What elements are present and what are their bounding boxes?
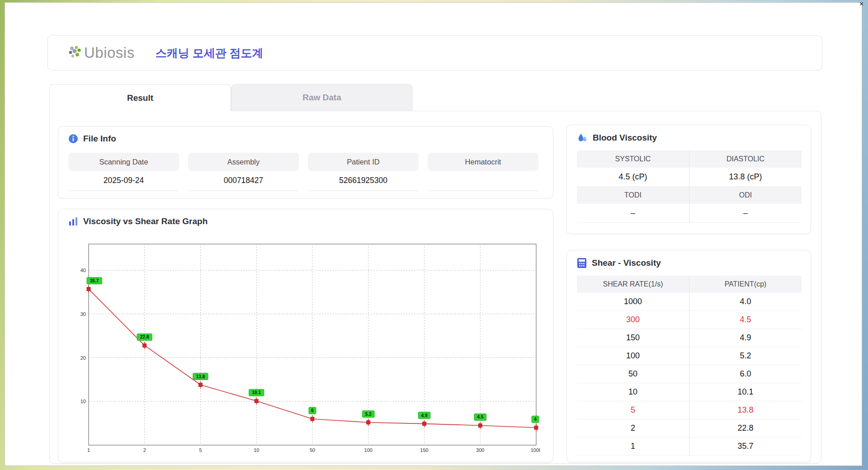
shear-rate-cell: 50 — [577, 365, 689, 383]
field-value: 2025-09-24 — [68, 171, 179, 191]
file-info-title-text: File Info — [83, 134, 116, 144]
systolic-value: 4.5 (cP) — [577, 168, 689, 187]
graph-title: Viscosity vs Shear Rate Graph — [68, 216, 208, 226]
blood-viscosity-table: SYSTOLIC DIASTOLIC 4.5 (cP) 13.8 (cP) TO… — [577, 150, 802, 223]
shear-rate-cell: 100 — [577, 347, 689, 365]
info-icon — [68, 134, 78, 144]
shear-rate-cell: 1000 — [577, 293, 689, 311]
patient-viscosity-cell: 13.8 — [689, 401, 802, 419]
close-icon[interactable]: × — [859, 0, 863, 8]
file-info-field-hematocrit: Hematocrit — [428, 153, 538, 191]
ubiosis-logo-icon — [67, 45, 86, 61]
table-header-row: SYSTOLIC DIASTOLIC — [577, 150, 802, 168]
field-value: 000718427 — [188, 171, 299, 191]
patient-viscosity-cell: 4.5 — [689, 311, 802, 329]
todi-header: TODI — [577, 187, 689, 204]
shear-rate-cell: 2 — [577, 419, 689, 437]
table-row: 513.8 — [577, 401, 802, 419]
svg-text:10: 10 — [254, 447, 259, 453]
file-info-field-scanning-date: Scanning Date 2025-09-24 — [68, 153, 179, 191]
blood-viscosity-title-text: Blood Viscosity — [593, 133, 657, 143]
svg-text:150: 150 — [420, 447, 428, 453]
shear-viscosity-rows: 10004.03004.51504.91005.2506.01010.1513.… — [577, 293, 802, 456]
diastolic-value: 13.8 (cP) — [689, 168, 802, 187]
graph-card: Viscosity vs Shear Rate Graph 1020304012… — [58, 209, 553, 462]
patient-viscosity-cell: 5.2 — [689, 347, 802, 365]
graph-title-text: Viscosity vs Shear Rate Graph — [83, 216, 208, 226]
logo-text: Ubiosis — [84, 44, 135, 61]
patient-viscosity-cell: 22.8 — [689, 419, 802, 437]
shear-viscosity-title-text: Shear - Viscosity — [592, 258, 661, 268]
diastolic-header: DIASTOLIC — [689, 150, 802, 168]
svg-text:2: 2 — [143, 447, 146, 453]
svg-text:4.9: 4.9 — [421, 413, 428, 418]
patient-viscosity-cell: 4.0 — [689, 293, 802, 311]
svg-text:30: 30 — [80, 311, 86, 317]
svg-text:10: 10 — [80, 399, 86, 404]
shear-rate-cell: 150 — [577, 329, 689, 347]
svg-text:6: 6 — [311, 408, 314, 413]
table-header-row: TODI ODI — [577, 187, 802, 204]
odi-header: ODI — [689, 187, 802, 204]
blood-viscosity-card: Blood Viscosity SYSTOLIC DIASTOLIC 4.5 (… — [566, 125, 811, 234]
svg-text:13.8: 13.8 — [196, 374, 205, 379]
table-row: – – — [577, 204, 802, 223]
svg-text:22.8: 22.8 — [140, 334, 149, 339]
app-header: Ubiosis 스캐닝 모세관 점도계 — [47, 35, 822, 70]
table-row: 4.5 (cP) 13.8 (cP) — [577, 168, 802, 187]
file-info-field-assembly: Assembly 000718427 — [188, 153, 299, 191]
calculator-icon — [577, 258, 587, 268]
patient-viscosity-cell: 35.7 — [689, 437, 802, 456]
svg-text:5.2: 5.2 — [365, 412, 372, 417]
shear-rate-cell: 10 — [577, 383, 689, 401]
table-row: 506.0 — [577, 365, 802, 383]
field-label: Patient ID — [308, 153, 419, 171]
table-row: 1005.2 — [577, 347, 802, 365]
shear-rate-header: SHEAR RATE(1/s) — [577, 276, 689, 293]
patient-viscosity-cell: 4.9 — [689, 329, 802, 347]
viscosity-shear-chart: 102030401251050100150300100035.722.813.8… — [72, 241, 540, 453]
bar-chart-icon — [68, 216, 78, 226]
file-info-field-patient-id: Patient ID 52661925300 — [308, 153, 419, 191]
shear-rate-cell: 1 — [577, 437, 689, 456]
field-value — [428, 171, 538, 191]
droplets-icon — [577, 132, 588, 143]
blood-viscosity-title: Blood Viscosity — [577, 132, 657, 143]
content-panel: File Info Scanning Date 2025-09-24 Assem… — [49, 111, 821, 464]
systolic-header: SYSTOLIC — [577, 150, 689, 168]
todi-value: – — [577, 204, 689, 223]
tab-raw-data[interactable]: Raw Data — [231, 84, 413, 111]
svg-text:1000: 1000 — [531, 447, 540, 453]
svg-text:10.1: 10.1 — [252, 390, 261, 395]
svg-text:35.7: 35.7 — [90, 278, 99, 283]
ubiosis-logo: Ubiosis — [67, 44, 135, 61]
table-row: 222.8 — [577, 419, 802, 437]
tab-result[interactable]: Result — [49, 84, 231, 111]
shear-rate-cell: 300 — [577, 311, 689, 329]
svg-text:4.5: 4.5 — [477, 414, 483, 419]
field-label: Hematocrit — [428, 153, 538, 171]
patient-viscosity-cell: 6.0 — [689, 365, 802, 383]
app-window: Ubiosis 스캐닝 모세관 점도계 Result Raw Data File… — [5, 2, 862, 466]
table-row: 3004.5 — [577, 311, 802, 329]
field-value: 52661925300 — [308, 171, 419, 191]
svg-text:4: 4 — [534, 417, 537, 422]
file-info-title: File Info — [68, 134, 116, 144]
table-row: 1010.1 — [577, 383, 802, 401]
tab-bar: Result Raw Data — [49, 84, 413, 111]
page-title: 스캐닝 모세관 점도계 — [156, 46, 264, 61]
shear-rate-cell: 5 — [577, 401, 689, 419]
svg-text:1: 1 — [87, 447, 90, 453]
file-info-card: File Info Scanning Date 2025-09-24 Assem… — [58, 126, 553, 198]
table-row: 10004.0 — [577, 293, 802, 311]
svg-text:50: 50 — [310, 447, 315, 453]
svg-text:300: 300 — [476, 447, 484, 453]
svg-text:40: 40 — [80, 268, 86, 273]
shear-viscosity-table: SHEAR RATE(1/s) PATIENT(cp) 10004.03004.… — [577, 276, 802, 456]
patient-viscosity-cell: 10.1 — [689, 383, 802, 401]
table-row: 1504.9 — [577, 329, 802, 347]
table-header-row: SHEAR RATE(1/s) PATIENT(cp) — [577, 276, 802, 293]
field-label: Assembly — [188, 153, 299, 171]
file-info-fields: Scanning Date 2025-09-24 Assembly 000718… — [68, 153, 538, 191]
field-label: Scanning Date — [68, 153, 179, 171]
